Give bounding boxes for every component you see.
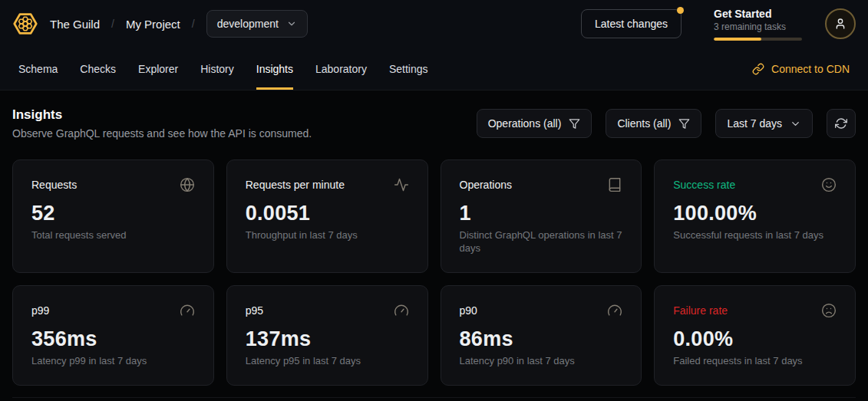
card-description: Latency p95 in last 7 days <box>246 355 409 368</box>
card-value: 356ms <box>31 327 195 351</box>
notification-dot <box>677 7 684 14</box>
tab-label: Checks <box>80 63 116 75</box>
tab-label: Settings <box>389 63 428 75</box>
card-description: Latency p90 in last 7 days <box>460 355 623 368</box>
get-started-widget[interactable]: Get Started 3 remaining tasks <box>714 8 802 41</box>
card-description: Successful requests in last 7 days <box>673 229 837 242</box>
tab-label: Explorer <box>138 63 178 75</box>
page-header: Insights Observe GraphQL requests and se… <box>12 107 856 140</box>
connect-to-cdn-link[interactable]: Connect to CDN <box>752 48 850 90</box>
clients-filter-button[interactable]: Clients (all) <box>606 109 701 138</box>
latest-changes-button[interactable]: Latest changes <box>581 9 682 38</box>
guild-logo-icon[interactable] <box>12 11 38 37</box>
tab-label: Laboratory <box>315 63 367 75</box>
card-description: Failed requests in last 7 days <box>673 355 837 368</box>
card-title: p95 <box>246 304 263 317</box>
metric-card: Operations 1 Distinct GraphQL operations… <box>441 159 642 273</box>
connect-to-cdn-label: Connect to CDN <box>771 63 850 75</box>
tab-label: Insights <box>256 63 293 75</box>
card-title: Success rate <box>673 179 735 191</box>
filter-icon <box>678 118 690 130</box>
card-value: 100.00% <box>673 202 837 225</box>
nav-bar: SchemaChecksExplorerHistoryInsightsLabor… <box>0 48 868 90</box>
tabs: SchemaChecksExplorerHistoryInsightsLabor… <box>18 48 428 90</box>
activity-icon <box>394 177 409 192</box>
get-started-remaining: 3 remaining tasks <box>714 21 802 32</box>
environment-selector[interactable]: development <box>206 10 308 38</box>
tab-settings[interactable]: Settings <box>389 48 428 90</box>
frown-icon <box>821 303 837 318</box>
metric-card: Requests 52 Total requests served <box>12 159 214 273</box>
card-title: p90 <box>460 304 477 317</box>
date-range-selector[interactable]: Last 7 days <box>715 109 813 138</box>
tab-checks[interactable]: Checks <box>80 48 116 90</box>
gauge-icon <box>607 303 622 318</box>
breadcrumb-project[interactable]: My Project <box>126 18 180 31</box>
card-title: Requests <box>31 179 77 191</box>
filter-icon <box>569 118 580 130</box>
metric-card: p90 86ms Latency p90 in last 7 days <box>441 285 642 386</box>
card-value: 0.0051 <box>246 202 409 225</box>
card-value: 137ms <box>246 327 409 351</box>
card-value: 1 <box>460 202 623 225</box>
clients-filter-label: Clients (all) <box>617 117 671 130</box>
breadcrumb: The Guild / My Project / <box>50 18 195 31</box>
metric-cards-grid: Requests 52 Total requests served Reques… <box>12 159 856 386</box>
metric-card: Requests per minute 0.0051 Throughput in… <box>226 159 428 273</box>
card-description: Throughput in last 7 days <box>246 229 409 242</box>
tab-insights[interactable]: Insights <box>256 48 293 90</box>
card-description: Latency p99 in last 7 days <box>31 355 195 368</box>
chevron-down-icon <box>790 118 801 130</box>
tab-history[interactable]: History <box>200 48 234 90</box>
card-value: 86ms <box>460 327 623 351</box>
tab-laboratory[interactable]: Laboratory <box>315 48 367 90</box>
tab-explorer[interactable]: Explorer <box>138 48 178 90</box>
card-title: Failure rate <box>673 304 728 317</box>
chevron-down-icon <box>286 18 297 29</box>
filter-toolbar: Operations (all) Clients (all) Last 7 da… <box>477 109 856 138</box>
page-title: Insights <box>12 107 312 123</box>
avatar[interactable] <box>825 8 856 39</box>
latest-changes-label: Latest changes <box>595 18 668 30</box>
link-icon <box>752 63 764 75</box>
date-range-label: Last 7 days <box>727 117 782 130</box>
operations-filter-label: Operations (all) <box>488 117 562 130</box>
card-title: p99 <box>31 304 49 317</box>
page-heading-block: Insights Observe GraphQL requests and se… <box>12 107 312 140</box>
main-content: Insights Observe GraphQL requests and se… <box>0 90 868 401</box>
tab-label: Schema <box>18 63 58 75</box>
tab-schema[interactable]: Schema <box>18 48 58 90</box>
smile-icon <box>821 177 837 192</box>
get-started-progressbar <box>714 38 802 41</box>
footer-divider <box>12 397 856 401</box>
card-description: Total requests served <box>31 229 195 242</box>
user-icon <box>834 18 847 30</box>
operations-filter-button[interactable]: Operations (all) <box>477 109 592 138</box>
metric-card: Success rate 100.00% Successful requests… <box>654 159 856 273</box>
breadcrumb-separator: / <box>192 18 195 30</box>
tab-label: History <box>200 63 234 75</box>
card-title: Requests per minute <box>246 179 345 191</box>
globe-icon <box>180 177 195 192</box>
breadcrumb-org[interactable]: The Guild <box>50 18 100 31</box>
gauge-icon <box>394 303 409 318</box>
top-bar: The Guild / My Project / development Lat… <box>0 0 868 48</box>
breadcrumb-separator: / <box>111 18 114 30</box>
refresh-icon <box>835 117 847 130</box>
metric-card: p95 137ms Latency p95 in last 7 days <box>226 285 428 386</box>
card-value: 52 <box>31 202 195 225</box>
book-icon <box>607 177 622 192</box>
get-started-title: Get Started <box>714 8 802 20</box>
card-title: Operations <box>460 179 512 191</box>
metric-card: p99 356ms Latency p99 in last 7 days <box>12 285 214 386</box>
environment-selector-value: development <box>217 18 279 30</box>
card-description: Distinct GraphQL operations in last 7 da… <box>460 229 623 255</box>
get-started-progress-fill <box>714 38 761 41</box>
gauge-icon <box>180 303 195 318</box>
page-subtitle: Observe GraphQL requests and see how the… <box>12 127 312 140</box>
refresh-button[interactable] <box>827 109 856 138</box>
card-value: 0.00% <box>673 327 837 351</box>
metric-card: Failure rate 0.00% Failed requests in la… <box>654 285 856 386</box>
